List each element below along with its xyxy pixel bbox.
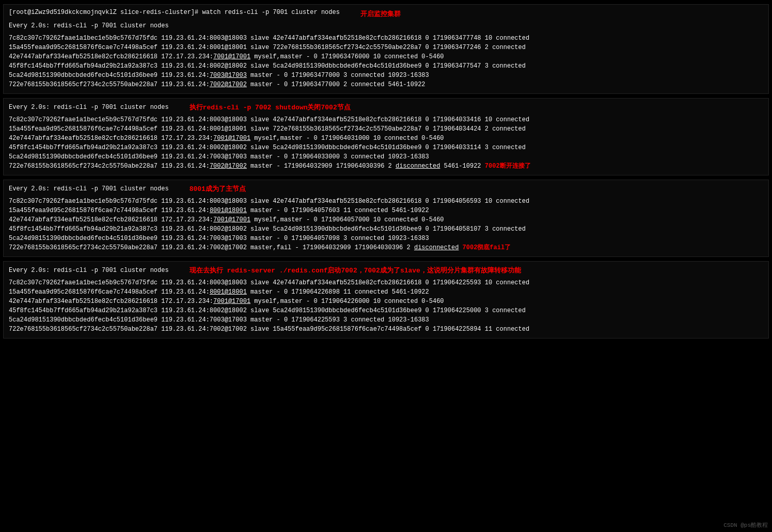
block4-annotation: 现在去执行 redis-server ./redis.conf启动7002，70…: [190, 266, 521, 275]
node-line-2-6: 722e768155b3618565cf2734c2c55750abe228a7…: [9, 162, 763, 171]
block1-prompt: [root@iZwz9d519dkckcmojnqvklZ slice-redi…: [9, 9, 340, 16]
node-line-4-6: 722e768155b3618565cf2734c2c55750abe228a7…: [9, 325, 763, 334]
node-line-1-4: 45f8fc1454bb7ffd665afb94ad29b21a92a387c3…: [9, 61, 763, 71]
node-line-1-1: 7c82c307c79262faae1a1bec1e5b9c5767d75fdc…: [9, 34, 763, 43]
block3-annotation: 8001成为了主节点: [190, 184, 246, 194]
block3-header: Every 2.0s: redis-cli -p 7001 cluster no…: [9, 184, 763, 194]
node-line-4-1: 7c82c307c79262faae1a1bec1e5b9c5767d75fdc…: [9, 278, 763, 287]
terminal-block-1: [root@iZwz9d519dkckcmojnqvklZ slice-redi…: [3, 4, 769, 94]
node-line-4-5: 5ca24d98151390dbbcbded6fecb4c5101d36bee9…: [9, 315, 763, 325]
block1-header: [root@iZwz9d519dkckcmojnqvklZ slice-redi…: [9, 9, 763, 19]
node-line-2-5: 5ca24d98151390dbbcbded6fecb4c5101d36bee9…: [9, 152, 763, 162]
block2-annotation: 执行redis-cli -p 7002 shutdown关闭7002节点: [190, 103, 351, 112]
node-line-1-5: 5ca24d98151390dbbcbded6fecb4c5101d36bee9…: [9, 71, 763, 80]
node-line-3-1: 7c82c307c79262faae1a1bec1e5b9c5767d75fdc…: [9, 197, 763, 206]
node-line-2-2: 15a455feaa9d95c26815876f6cae7c74498a5cef…: [9, 124, 763, 134]
block1-watch: Every 2.0s: redis-cli -p 7001 cluster no…: [9, 22, 763, 29]
block2-header: Every 2.0s: redis-cli -p 7001 cluster no…: [9, 103, 763, 112]
node-line-1-2: 15a455feaa9d95c26815876f6cae7c74498a5cef…: [9, 43, 763, 52]
node-line-3-2: 15a455feaa9d95c26815876f6cae7c74498a5cef…: [9, 206, 763, 215]
block4-watch: Every 2.0s: redis-cli -p 7001 cluster no…: [9, 267, 169, 274]
node-line-4-2: 15a455feaa9d95c26815876f6cae7c74498a5cef…: [9, 287, 763, 297]
node-line-3-5: 5ca24d98151390dbbcbded6fecb4c5101d36bee9…: [9, 234, 763, 243]
node-line-4-4: 45f8fc1454bb7ffd665afb94ad29b21a92a387c3…: [9, 306, 763, 315]
node-line-4-3: 42e7447abfaf334eafb52518e82cfcb286216618…: [9, 297, 763, 306]
watermark: CSDN @ps酷教程: [723, 521, 768, 529]
node-line-1-6: 722e768155b3618565cf2734c2c55750abe228a7…: [9, 80, 763, 89]
node-line-3-6: 722e768155b3618565cf2734c2c55750abe228a7…: [9, 243, 763, 252]
node-line-2-1: 7c82c307c79262faae1a1bec1e5b9c5767d75fdc…: [9, 115, 763, 124]
terminal-block-2: Every 2.0s: redis-cli -p 7001 cluster no…: [3, 98, 769, 175]
terminal-block-3: Every 2.0s: redis-cli -p 7001 cluster no…: [3, 180, 769, 257]
node-line-2-3: 42e7447abfaf334eafb52518e82cfcb286216618…: [9, 134, 763, 143]
block3-watch: Every 2.0s: redis-cli -p 7001 cluster no…: [9, 185, 169, 192]
block2-watch: Every 2.0s: redis-cli -p 7001 cluster no…: [9, 104, 169, 111]
terminal-block-4: Every 2.0s: redis-cli -p 7001 cluster no…: [3, 261, 769, 338]
node-line-3-4: 45f8fc1454bb7ffd665afb94ad29b21a92a387c3…: [9, 224, 763, 234]
block4-header: Every 2.0s: redis-cli -p 7001 cluster no…: [9, 266, 763, 275]
node-line-3-3: 42e7447abfaf334eafb52518e82cfcb286216618…: [9, 215, 763, 224]
node-line-2-4: 45f8fc1454bb7ffd665afb94ad29b21a92a387c3…: [9, 143, 763, 152]
node-line-1-3: 42e7447abfaf334eafb52518e82cfcb286216618…: [9, 52, 763, 61]
block1-annotation: 开启监控集群: [360, 9, 401, 19]
